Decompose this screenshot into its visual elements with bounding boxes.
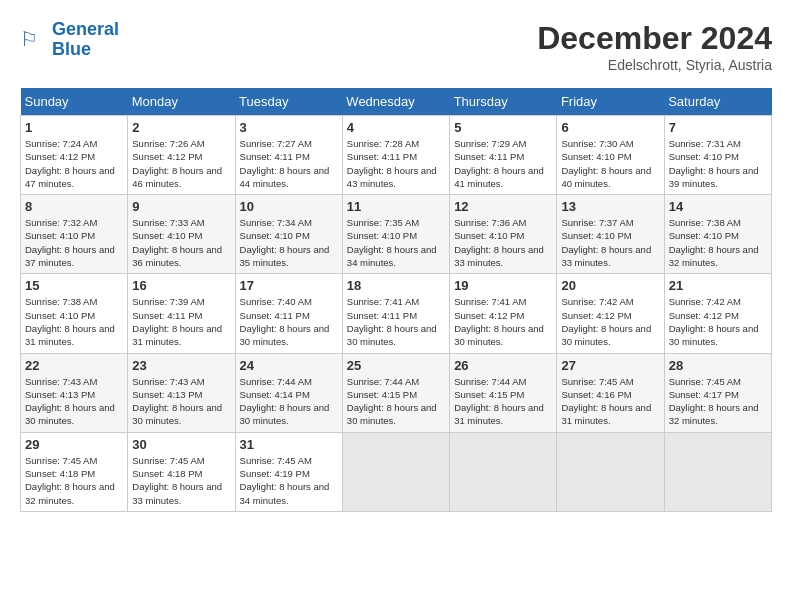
sunrise: Sunrise: 7:40 AM — [240, 295, 338, 308]
sunrise: Sunrise: 7:41 AM — [347, 295, 445, 308]
sunset: Sunset: 4:11 PM — [454, 150, 552, 163]
daylight: Daylight: 8 hours and 31 minutes. — [132, 322, 230, 349]
day-info: Sunrise: 7:33 AM Sunset: 4:10 PM Dayligh… — [132, 216, 230, 269]
day-info: Sunrise: 7:41 AM Sunset: 4:12 PM Dayligh… — [454, 295, 552, 348]
sunrise: Sunrise: 7:36 AM — [454, 216, 552, 229]
sunset: Sunset: 4:19 PM — [240, 467, 338, 480]
sunset: Sunset: 4:11 PM — [347, 309, 445, 322]
day-info: Sunrise: 7:43 AM Sunset: 4:13 PM Dayligh… — [132, 375, 230, 428]
col-tuesday: Tuesday — [235, 88, 342, 116]
month-title: December 2024 — [537, 20, 772, 57]
daylight: Daylight: 8 hours and 30 minutes. — [132, 401, 230, 428]
calendar-row: 8 Sunrise: 7:32 AM Sunset: 4:10 PM Dayli… — [21, 195, 772, 274]
day-number: 23 — [132, 358, 230, 373]
day-info: Sunrise: 7:28 AM Sunset: 4:11 PM Dayligh… — [347, 137, 445, 190]
table-row — [450, 432, 557, 511]
table-row: 8 Sunrise: 7:32 AM Sunset: 4:10 PM Dayli… — [21, 195, 128, 274]
sunset: Sunset: 4:11 PM — [347, 150, 445, 163]
table-row: 25 Sunrise: 7:44 AM Sunset: 4:15 PM Dayl… — [342, 353, 449, 432]
sunrise: Sunrise: 7:45 AM — [669, 375, 767, 388]
daylight: Daylight: 8 hours and 32 minutes. — [669, 243, 767, 270]
day-number: 24 — [240, 358, 338, 373]
table-row: 31 Sunrise: 7:45 AM Sunset: 4:19 PM Dayl… — [235, 432, 342, 511]
sunrise: Sunrise: 7:31 AM — [669, 137, 767, 150]
table-row: 26 Sunrise: 7:44 AM Sunset: 4:15 PM Dayl… — [450, 353, 557, 432]
sunrise: Sunrise: 7:41 AM — [454, 295, 552, 308]
day-info: Sunrise: 7:41 AM Sunset: 4:11 PM Dayligh… — [347, 295, 445, 348]
day-number: 18 — [347, 278, 445, 293]
sunset: Sunset: 4:11 PM — [240, 150, 338, 163]
day-info: Sunrise: 7:45 AM Sunset: 4:17 PM Dayligh… — [669, 375, 767, 428]
table-row: 2 Sunrise: 7:26 AM Sunset: 4:12 PM Dayli… — [128, 116, 235, 195]
sunset: Sunset: 4:10 PM — [347, 229, 445, 242]
day-number: 2 — [132, 120, 230, 135]
table-row: 21 Sunrise: 7:42 AM Sunset: 4:12 PM Dayl… — [664, 274, 771, 353]
sunrise: Sunrise: 7:45 AM — [561, 375, 659, 388]
sunset: Sunset: 4:13 PM — [25, 388, 123, 401]
table-row: 18 Sunrise: 7:41 AM Sunset: 4:11 PM Dayl… — [342, 274, 449, 353]
sunrise: Sunrise: 7:34 AM — [240, 216, 338, 229]
sunset: Sunset: 4:15 PM — [454, 388, 552, 401]
table-row: 20 Sunrise: 7:42 AM Sunset: 4:12 PM Dayl… — [557, 274, 664, 353]
logo-icon: ⚐ — [20, 26, 48, 54]
day-info: Sunrise: 7:42 AM Sunset: 4:12 PM Dayligh… — [669, 295, 767, 348]
table-row: 19 Sunrise: 7:41 AM Sunset: 4:12 PM Dayl… — [450, 274, 557, 353]
day-number: 19 — [454, 278, 552, 293]
day-number: 31 — [240, 437, 338, 452]
day-number: 5 — [454, 120, 552, 135]
col-saturday: Saturday — [664, 88, 771, 116]
day-number: 7 — [669, 120, 767, 135]
day-number: 3 — [240, 120, 338, 135]
table-row: 12 Sunrise: 7:36 AM Sunset: 4:10 PM Dayl… — [450, 195, 557, 274]
table-row: 30 Sunrise: 7:45 AM Sunset: 4:18 PM Dayl… — [128, 432, 235, 511]
table-row: 1 Sunrise: 7:24 AM Sunset: 4:12 PM Dayli… — [21, 116, 128, 195]
table-row — [342, 432, 449, 511]
day-number: 4 — [347, 120, 445, 135]
calendar-row: 22 Sunrise: 7:43 AM Sunset: 4:13 PM Dayl… — [21, 353, 772, 432]
table-row: 24 Sunrise: 7:44 AM Sunset: 4:14 PM Dayl… — [235, 353, 342, 432]
title-section: December 2024 Edelschrott, Styria, Austr… — [537, 20, 772, 73]
sunrise: Sunrise: 7:44 AM — [240, 375, 338, 388]
logo-blue: Blue — [52, 39, 91, 59]
sunset: Sunset: 4:11 PM — [240, 309, 338, 322]
day-info: Sunrise: 7:36 AM Sunset: 4:10 PM Dayligh… — [454, 216, 552, 269]
table-row: 7 Sunrise: 7:31 AM Sunset: 4:10 PM Dayli… — [664, 116, 771, 195]
day-info: Sunrise: 7:31 AM Sunset: 4:10 PM Dayligh… — [669, 137, 767, 190]
sunrise: Sunrise: 7:45 AM — [240, 454, 338, 467]
sunset: Sunset: 4:16 PM — [561, 388, 659, 401]
table-row: 28 Sunrise: 7:45 AM Sunset: 4:17 PM Dayl… — [664, 353, 771, 432]
daylight: Daylight: 8 hours and 39 minutes. — [669, 164, 767, 191]
daylight: Daylight: 8 hours and 33 minutes. — [132, 480, 230, 507]
day-info: Sunrise: 7:44 AM Sunset: 4:14 PM Dayligh… — [240, 375, 338, 428]
day-number: 6 — [561, 120, 659, 135]
day-number: 30 — [132, 437, 230, 452]
sunrise: Sunrise: 7:43 AM — [25, 375, 123, 388]
day-info: Sunrise: 7:44 AM Sunset: 4:15 PM Dayligh… — [347, 375, 445, 428]
sunrise: Sunrise: 7:35 AM — [347, 216, 445, 229]
sunset: Sunset: 4:17 PM — [669, 388, 767, 401]
logo-text: General Blue — [52, 20, 119, 60]
daylight: Daylight: 8 hours and 44 minutes. — [240, 164, 338, 191]
daylight: Daylight: 8 hours and 37 minutes. — [25, 243, 123, 270]
day-info: Sunrise: 7:37 AM Sunset: 4:10 PM Dayligh… — [561, 216, 659, 269]
day-number: 12 — [454, 199, 552, 214]
sunrise: Sunrise: 7:42 AM — [669, 295, 767, 308]
sunrise: Sunrise: 7:39 AM — [132, 295, 230, 308]
day-info: Sunrise: 7:30 AM Sunset: 4:10 PM Dayligh… — [561, 137, 659, 190]
day-info: Sunrise: 7:39 AM Sunset: 4:11 PM Dayligh… — [132, 295, 230, 348]
day-info: Sunrise: 7:27 AM Sunset: 4:11 PM Dayligh… — [240, 137, 338, 190]
day-info: Sunrise: 7:32 AM Sunset: 4:10 PM Dayligh… — [25, 216, 123, 269]
sunset: Sunset: 4:11 PM — [132, 309, 230, 322]
daylight: Daylight: 8 hours and 43 minutes. — [347, 164, 445, 191]
location-subtitle: Edelschrott, Styria, Austria — [537, 57, 772, 73]
day-number: 22 — [25, 358, 123, 373]
calendar-row: 29 Sunrise: 7:45 AM Sunset: 4:18 PM Dayl… — [21, 432, 772, 511]
table-row: 3 Sunrise: 7:27 AM Sunset: 4:11 PM Dayli… — [235, 116, 342, 195]
day-number: 27 — [561, 358, 659, 373]
day-number: 14 — [669, 199, 767, 214]
table-row: 14 Sunrise: 7:38 AM Sunset: 4:10 PM Dayl… — [664, 195, 771, 274]
logo-general: General — [52, 19, 119, 39]
daylight: Daylight: 8 hours and 30 minutes. — [347, 401, 445, 428]
daylight: Daylight: 8 hours and 32 minutes. — [669, 401, 767, 428]
sunset: Sunset: 4:10 PM — [669, 229, 767, 242]
